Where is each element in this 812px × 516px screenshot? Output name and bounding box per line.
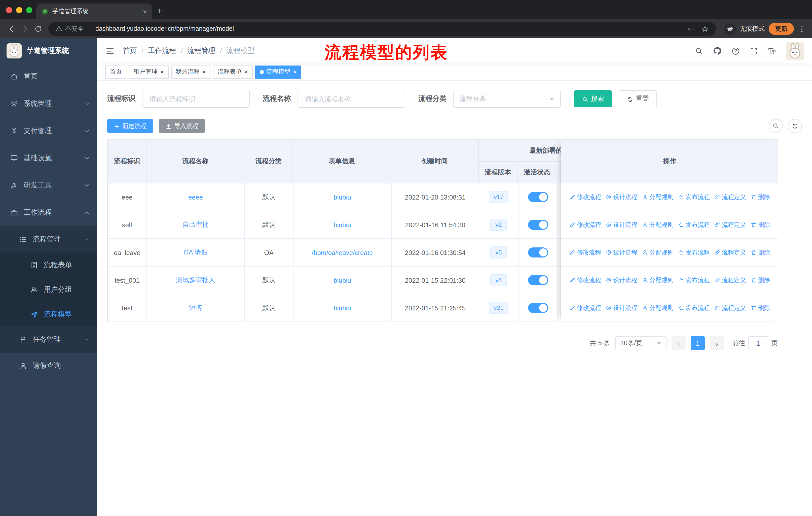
sidebar-item-process-form[interactable]: 流程表单 <box>0 252 97 277</box>
action-edit-process[interactable]: 修改流程 <box>569 193 601 201</box>
close-window-button[interactable] <box>6 7 12 13</box>
action-delete[interactable]: 删除 <box>751 193 770 201</box>
sidebar-item-leave-query[interactable]: 请假查询 <box>0 353 97 379</box>
tab-process-model[interactable]: 流程模型× <box>255 65 301 78</box>
form-info-link[interactable]: /bpm/oa/leave/create <box>312 249 373 256</box>
action-design-process[interactable]: 设计流程 <box>606 304 637 312</box>
action-assign-rule[interactable]: 分配规则 <box>642 220 673 229</box>
page-size-select[interactable]: 10条/页 <box>615 336 667 350</box>
active-toggle[interactable] <box>528 275 548 285</box>
sidebar-item-process-management[interactable]: 流程管理 <box>0 226 97 252</box>
tab-close-icon[interactable]: × <box>143 7 147 16</box>
security-status[interactable]: 不安全 <box>55 24 84 33</box>
form-info-link[interactable]: biubiu <box>334 221 351 228</box>
active-toggle[interactable] <box>528 220 548 230</box>
action-design-process[interactable]: 设计流程 <box>606 193 637 201</box>
process-name-link[interactable]: eeee <box>188 193 203 201</box>
action-publish-process[interactable]: 发布流程 <box>678 220 710 229</box>
tab-close-icon[interactable]: × <box>202 69 206 75</box>
form-info-link[interactable]: biubiu <box>334 276 351 284</box>
password-key-icon[interactable] <box>687 25 694 32</box>
new-tab-button[interactable]: + <box>152 3 167 19</box>
process-name-link[interactable]: OA 请假 <box>183 248 207 257</box>
sidebar-item-workflow[interactable]: 工作流程 <box>0 199 97 226</box>
sidebar-item-task-management[interactable]: 任务管理 <box>0 327 97 353</box>
sidebar-item-infrastructure[interactable]: 基础设施 <box>0 145 97 172</box>
reset-button[interactable]: 重置 <box>619 90 657 107</box>
browser-tab[interactable]: 芋道管理系统 × <box>36 3 152 19</box>
action-design-process[interactable]: 设计流程 <box>606 276 637 284</box>
forward-button[interactable] <box>18 22 31 35</box>
bookmark-star-icon[interactable] <box>701 25 709 32</box>
breadcrumb-item[interactable]: 首页 <box>123 46 137 55</box>
browser-menu-icon[interactable] <box>798 24 806 33</box>
import-process-button[interactable]: 导入流程 <box>159 119 205 133</box>
user-avatar[interactable] <box>786 42 804 60</box>
search-button[interactable]: 搜索 <box>574 90 612 107</box>
reload-button[interactable] <box>31 22 44 35</box>
tab-process-form[interactable]: 流程表单× <box>213 65 253 78</box>
github-icon[interactable] <box>713 46 722 55</box>
action-assign-rule[interactable]: 分配规则 <box>642 276 673 284</box>
action-publish-process[interactable]: 发布流程 <box>678 193 710 201</box>
form-info-link[interactable]: biubiu <box>334 193 351 201</box>
address-field[interactable]: 不安全 dashboard.yudao.iocoder.cn/bpm/manag… <box>48 22 716 36</box>
action-design-process[interactable]: 设计流程 <box>606 220 637 229</box>
action-edit-process[interactable]: 修改流程 <box>569 304 601 312</box>
tab-close-icon[interactable]: × <box>244 69 248 75</box>
sidebar-item-user-group[interactable]: 用户分组 <box>0 277 97 302</box>
update-button[interactable]: 更新 <box>769 23 794 35</box>
action-delete[interactable]: 删除 <box>751 248 770 257</box>
form-info-link[interactable]: biubiu <box>334 304 351 312</box>
active-toggle[interactable] <box>528 247 548 257</box>
action-delete[interactable]: 删除 <box>751 304 770 312</box>
action-delete[interactable]: 删除 <box>751 276 770 284</box>
tab-close-icon[interactable]: × <box>293 69 297 75</box>
hamburger-icon[interactable] <box>105 46 115 56</box>
action-edit-process[interactable]: 修改流程 <box>569 220 601 229</box>
active-toggle[interactable] <box>528 192 548 202</box>
back-button[interactable] <box>5 22 18 35</box>
toggle-search-button[interactable] <box>769 119 783 133</box>
action-delete[interactable]: 删除 <box>751 220 770 229</box>
prev-page-button[interactable]: ‹ <box>671 336 686 350</box>
breadcrumb-item[interactable]: 流程管理 <box>187 46 215 55</box>
action-assign-rule[interactable]: 分配规则 <box>642 304 673 312</box>
help-icon[interactable] <box>731 47 740 55</box>
tab-close-icon[interactable]: × <box>160 69 164 75</box>
sidebar-item-dev-tools[interactable]: 研发工具 <box>0 172 97 199</box>
action-process-definition[interactable]: 流程定义 <box>714 304 746 312</box>
action-publish-process[interactable]: 发布流程 <box>678 248 710 257</box>
action-publish-process[interactable]: 发布流程 <box>678 276 710 284</box>
sidebar-item-process-model[interactable]: 流程模型 <box>0 302 97 327</box>
process-name-input[interactable] <box>297 90 405 108</box>
goto-page-input[interactable] <box>748 336 768 350</box>
sidebar-item-home[interactable]: 首页 <box>0 63 97 90</box>
action-publish-process[interactable]: 发布流程 <box>678 304 710 312</box>
create-process-button[interactable]: 新建流程 <box>107 119 153 133</box>
process-name-link[interactable]: 自己审批 <box>182 220 209 229</box>
maximize-window-button[interactable] <box>26 7 32 13</box>
breadcrumb-item[interactable]: 工作流程 <box>148 46 176 55</box>
tab-my-process[interactable]: 我的流程× <box>171 65 210 78</box>
action-process-definition[interactable]: 流程定义 <box>714 220 746 229</box>
process-name-link[interactable]: 滔博 <box>189 303 202 313</box>
action-edit-process[interactable]: 修改流程 <box>569 248 601 257</box>
process-category-select[interactable]: 流程分类 <box>453 90 561 108</box>
refresh-table-button[interactable] <box>788 119 802 133</box>
process-name-link[interactable]: 测试多审批人 <box>176 276 215 285</box>
process-key-input[interactable] <box>142 90 250 108</box>
next-page-button[interactable]: › <box>710 336 724 350</box>
action-design-process[interactable]: 设计流程 <box>606 248 637 257</box>
fullscreen-icon[interactable] <box>750 47 758 55</box>
tab-tenant-management[interactable]: 租户管理× <box>129 65 168 78</box>
sidebar-item-payment-management[interactable]: 支付管理 <box>0 117 97 145</box>
action-assign-rule[interactable]: 分配规则 <box>642 193 673 201</box>
tab-home[interactable]: 首页 <box>105 65 126 78</box>
sidebar-item-system-management[interactable]: 系统管理 <box>0 90 97 117</box>
action-process-definition[interactable]: 流程定义 <box>714 193 746 201</box>
minimize-window-button[interactable] <box>16 7 22 13</box>
search-icon[interactable] <box>695 47 703 55</box>
action-edit-process[interactable]: 修改流程 <box>569 276 601 284</box>
active-toggle[interactable] <box>528 303 548 313</box>
